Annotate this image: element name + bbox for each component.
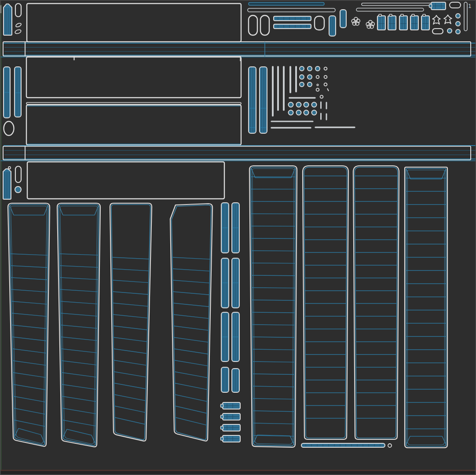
uv-editor-canvas[interactable]: 1 bbox=[0, 0, 476, 475]
island-strip-a[interactable] bbox=[329, 16, 336, 36]
island-door-4[interactable] bbox=[410, 15, 418, 30]
island-dot-e[interactable] bbox=[15, 186, 21, 193]
island-strip-d[interactable] bbox=[15, 67, 21, 117]
island-capsule-pair-3b[interactable] bbox=[232, 312, 239, 362]
island-leaf-b[interactable] bbox=[15, 29, 22, 34]
island-ladder-2[interactable] bbox=[303, 166, 348, 439]
island-bar-b[interactable] bbox=[274, 24, 311, 29]
island-dot-b[interactable] bbox=[456, 14, 460, 18]
island-pencil-b[interactable] bbox=[3, 167, 11, 199]
island-capsule-pair-1b[interactable] bbox=[232, 203, 239, 253]
island-capsule-pair-4a[interactable] bbox=[221, 367, 229, 392]
band-2[interactable] bbox=[0, 146, 476, 161]
island-lines-vertical[interactable] bbox=[273, 67, 296, 116]
island-door-2[interactable] bbox=[388, 15, 396, 30]
island-ladder-1[interactable] bbox=[249, 166, 297, 447]
island-capsule-g[interactable] bbox=[301, 443, 385, 447]
island-ladder-4[interactable] bbox=[405, 167, 447, 448]
island-door-5[interactable] bbox=[421, 15, 429, 30]
island-sliver-a[interactable] bbox=[248, 8, 335, 12]
island-thin-bar-blue[interactable] bbox=[249, 3, 324, 6]
island-hbar-3[interactable] bbox=[221, 424, 241, 431]
corner-label: 1 bbox=[468, 4, 472, 9]
island-dot-grid-upper[interactable] bbox=[300, 66, 329, 98]
island-strip-f[interactable] bbox=[260, 67, 267, 133]
uv-layout-svg bbox=[0, 0, 476, 475]
island-clover-a[interactable] bbox=[352, 17, 360, 25]
island-capsule-b[interactable] bbox=[249, 15, 257, 35]
island-capsule-pair-4b[interactable] bbox=[232, 369, 239, 392]
bottom-guide-maroon bbox=[0, 471, 476, 475]
island-capsule-f[interactable] bbox=[15, 166, 21, 183]
island-capsule-pair-3a[interactable] bbox=[221, 312, 229, 362]
island-ladder-3[interactable] bbox=[353, 166, 399, 439]
island-egg[interactable] bbox=[4, 121, 14, 135]
island-hbar-2[interactable] bbox=[221, 413, 241, 420]
island-clover-b[interactable] bbox=[366, 20, 374, 28]
island-needle[interactable] bbox=[464, 2, 467, 31]
island-capsule-e[interactable] bbox=[432, 29, 443, 34]
island-capsule-d[interactable] bbox=[450, 2, 461, 8]
island-strip-line[interactable] bbox=[26, 102, 241, 104]
island-hbar-4[interactable] bbox=[221, 435, 241, 442]
island-blade-2[interactable] bbox=[57, 203, 100, 447]
island-hbar-1[interactable] bbox=[221, 402, 241, 409]
island-arrow-b[interactable] bbox=[444, 15, 452, 24]
island-blade-3[interactable] bbox=[110, 203, 152, 441]
island-blade-1[interactable] bbox=[8, 203, 50, 446]
island-capsule-a[interactable] bbox=[15, 4, 21, 17]
island-bar-a[interactable] bbox=[274, 16, 311, 21]
island-strip-b[interactable] bbox=[340, 10, 346, 28]
island-dot-grid-lower[interactable] bbox=[289, 102, 327, 120]
island-sliver-c[interactable] bbox=[356, 8, 424, 11]
band-1[interactable] bbox=[0, 42, 476, 61]
island-dot-a[interactable] bbox=[447, 29, 452, 33]
island-ring-a[interactable] bbox=[388, 444, 392, 447]
island-bluebox[interactable] bbox=[429, 2, 446, 10]
island-panel-c[interactable] bbox=[27, 162, 224, 199]
island-capsule-pair-2a[interactable] bbox=[221, 258, 229, 308]
island-dot-d[interactable] bbox=[456, 29, 460, 34]
island-panel-a[interactable] bbox=[26, 57, 241, 98]
island-leaf-a[interactable] bbox=[15, 22, 22, 28]
island-pencil-a[interactable] bbox=[4, 4, 12, 35]
island-dot-c[interactable] bbox=[456, 22, 460, 26]
island-strip-e[interactable] bbox=[249, 67, 256, 133]
island-door-3[interactable] bbox=[399, 15, 407, 30]
island-blade-4[interactable] bbox=[170, 204, 212, 441]
island-sliver-b[interactable] bbox=[362, 3, 431, 6]
island-capsule-pair-2b[interactable] bbox=[232, 258, 239, 308]
island-panel-top[interactable] bbox=[27, 4, 241, 42]
island-capsule-c[interactable] bbox=[260, 15, 269, 35]
island-arrow-a[interactable] bbox=[432, 15, 440, 24]
island-door-1[interactable] bbox=[377, 15, 385, 30]
island-panel-b[interactable] bbox=[26, 105, 241, 145]
island-roundbox-a[interactable] bbox=[315, 16, 324, 30]
island-capsule-pair-1a[interactable] bbox=[221, 203, 229, 253]
island-strip-c[interactable] bbox=[4, 67, 10, 118]
